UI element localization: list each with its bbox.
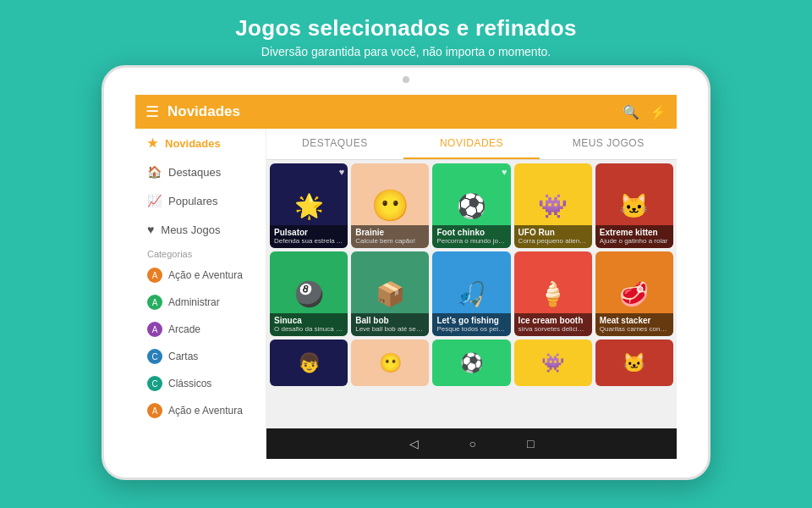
sidebar-item-populares[interactable]: 📈 Populares — [135, 186, 266, 215]
main-area: DESTAQUES NOVIDADES MEUS JOGOS 🌟 Pulsato… — [266, 129, 677, 459]
app-topbar: ☰ Novidades 🔍 ⚡ — [135, 95, 677, 129]
headline: Jogos selecionados e refinados — [235, 15, 576, 41]
sidebar-cat-acao2[interactable]: A Ação e Aventura — [135, 397, 266, 424]
cat-icon-classicos: C — [147, 376, 162, 391]
tablet-camera — [403, 76, 409, 83]
bolt-icon[interactable]: ⚡ — [650, 104, 667, 120]
game-card-brainie[interactable]: 😶 Brainie Calcule bem capão! — [351, 163, 429, 248]
heart-icon: ♥ — [147, 223, 154, 236]
nav-home-btn[interactable]: ○ — [469, 437, 476, 450]
search-icon[interactable]: 🔍 — [623, 104, 639, 120]
tablet-wrapper: ☰ Novidades 🔍 ⚡ ★ Novidades 🏠 Destaques — [102, 65, 710, 480]
games-row-1: 🌟 Pulsator Defenda sua estrela ... ♥ 😶 B… — [270, 163, 673, 248]
sidebar-cat-cartas[interactable]: C Cartas — [135, 343, 266, 370]
tab-meusjogos[interactable]: MEUS JOGOS — [540, 129, 677, 159]
game-card-footchinko[interactable]: ⚽ Foot chinko Percorra o mundo jogando! … — [432, 163, 510, 248]
game-card-fishing[interactable]: 🎣 Let's go fishing Pesque todos os peixe… — [432, 251, 510, 336]
sidebar-cat-administrar[interactable]: A Administrar — [135, 289, 266, 316]
tabs-bar: DESTAQUES NOVIDADES MEUS JOGOS — [266, 129, 677, 160]
game-card-uforun[interactable]: 👾 UFO Run Corra pequeno alienigena! — [514, 163, 592, 248]
categories-label: Categorias — [135, 244, 266, 262]
heart-badge: ♥ — [339, 167, 345, 177]
sidebar-cat-acao[interactable]: A Ação e Aventura — [135, 262, 266, 289]
games-grid: 🌟 Pulsator Defenda sua estrela ... ♥ 😶 B… — [266, 160, 677, 428]
cat-icon-arcade: A — [147, 322, 162, 337]
sidebar-item-novidades[interactable]: ★ Novidades — [135, 129, 266, 157]
games-row-3: 👦 😶 ⚽ 👾 🐱 — [270, 340, 673, 386]
cat-icon-cartas: C — [147, 349, 162, 364]
game-card-meatstacker[interactable]: 🥩 Meat stacker Quaritas carnes conseque.… — [595, 251, 673, 336]
home-icon: 🏠 — [147, 165, 162, 179]
nav-recent-btn[interactable]: □ — [527, 437, 534, 450]
app-content: ★ Novidades 🏠 Destaques 📈 Populares ♥ Me… — [135, 129, 677, 459]
nav-back-btn[interactable]: ◁ — [409, 437, 419, 450]
tab-novidades[interactable]: NOVIDADES — [403, 129, 540, 159]
games-row-2: 🎱 Sinuca O desafio da sinuca já ... 📦 Ba… — [270, 251, 673, 336]
sidebar: ★ Novidades 🏠 Destaques 📈 Populares ♥ Me… — [135, 129, 266, 459]
game-card-icecream[interactable]: 🍦 Ice cream booth sirva sorvetes delicio… — [514, 251, 592, 336]
hamburger-icon[interactable]: ☰ — [145, 102, 159, 121]
app-title: Novidades — [167, 103, 623, 120]
top-text: Jogos selecionados e refinados Diversão … — [235, 0, 576, 65]
game-card-pulsator[interactable]: 🌟 Pulsator Defenda sua estrela ... ♥ — [270, 163, 348, 248]
cat-icon-acao2: A — [147, 403, 162, 418]
game-card-r3-1[interactable]: 👦 — [270, 340, 348, 386]
android-nav: ◁ ○ □ — [266, 428, 677, 459]
game-card-r3-5[interactable]: 🐱 — [595, 340, 673, 386]
tab-destaques[interactable]: DESTAQUES — [266, 129, 403, 159]
topbar-icons: 🔍 ⚡ — [623, 104, 667, 120]
sidebar-item-meusjogos[interactable]: ♥ Meus Jogos — [135, 215, 266, 244]
game-card-sinuca[interactable]: 🎱 Sinuca O desafio da sinuca já ... — [270, 251, 348, 336]
game-card-r3-4[interactable]: 👾 — [514, 340, 592, 386]
cat-icon-admin: A — [147, 295, 162, 310]
subline: Diversão garantida para você, não import… — [235, 45, 576, 58]
heart-badge2: ♥ — [502, 167, 508, 177]
game-card-ballbob[interactable]: 📦 Ball bob Leve ball bob até seu... — [351, 251, 429, 336]
game-card-r3-2[interactable]: 😶 — [351, 340, 429, 386]
trending-icon: 📈 — [147, 194, 162, 207]
game-card-r3-3[interactable]: ⚽ — [432, 340, 510, 386]
tablet-screen: ☰ Novidades 🔍 ⚡ ★ Novidades 🏠 Destaques — [135, 95, 677, 459]
sidebar-cat-arcade[interactable]: A Arcade — [135, 316, 266, 343]
cat-icon-acao: A — [147, 268, 162, 283]
star-icon: ★ — [147, 136, 158, 150]
sidebar-item-destaques[interactable]: 🏠 Destaques — [135, 157, 266, 186]
sidebar-cat-classicos[interactable]: C Clássicos — [135, 370, 266, 397]
game-card-kitten[interactable]: 🐱 Extreme kitten Ajude o gatinho a rolar — [595, 163, 673, 248]
